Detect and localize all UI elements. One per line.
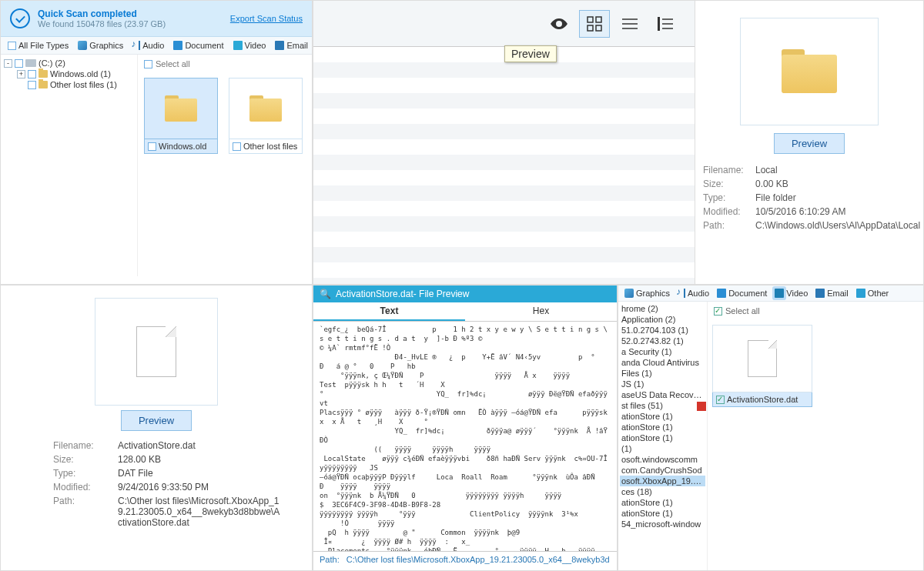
checkbox-icon[interactable]: [714, 307, 722, 316]
filter-email[interactable]: Email: [813, 288, 851, 299]
panel-preview-file: Preview Filename:ActivationStore.dat Siz…: [0, 285, 313, 571]
tree-row[interactable]: ationStore (1): [620, 411, 705, 422]
file-search-icon: 🔍: [320, 289, 331, 299]
meta-filename: Local: [755, 165, 920, 175]
tree-row[interactable]: aseUS Data Recovery: [620, 389, 705, 400]
meta-type: File folder: [755, 192, 920, 203]
tree-row[interactable]: ationStore (1): [620, 497, 705, 508]
tooltip-preview: Preview: [504, 45, 557, 62]
tree-row[interactable]: JS (1): [620, 379, 705, 389]
scan-title: Quick Scan completed: [38, 8, 223, 19]
tree-row[interactable]: osoft.XboxApp_19.21…: [620, 476, 705, 486]
filter-document[interactable]: Document: [715, 288, 769, 299]
folder-tree[interactable]: hrome (2)Application (2)51.0.2704.103 (1…: [618, 302, 708, 570]
folder-icon: [165, 95, 197, 122]
view-details-button[interactable]: [650, 10, 681, 38]
tree-row[interactable]: 51.0.2704.103 (1): [620, 325, 705, 336]
expand-toggle[interactable]: -: [4, 59, 12, 68]
filter-all[interactable]: All File Types: [5, 40, 71, 51]
preview-button[interactable]: Preview: [774, 133, 845, 154]
filter-audio[interactable]: Audio: [675, 288, 711, 299]
preview-thumbnail: [740, 18, 879, 125]
view-toolbar: Preview: [313, 1, 695, 47]
tab-hex[interactable]: Hex: [465, 302, 617, 321]
meta-path: C:\Windows.old\Users\Al\AppData\Local: [755, 220, 920, 231]
filter-video[interactable]: Video: [772, 288, 810, 299]
folder-icon: [782, 49, 837, 94]
checkbox-icon[interactable]: [716, 396, 725, 404]
tree-row[interactable]: Application (2): [620, 314, 705, 325]
folder-icon: [249, 95, 282, 122]
tree-row[interactable]: ationStore (1): [620, 422, 705, 432]
tree-node-other-lost[interactable]: Other lost files (1): [4, 79, 134, 90]
folder-icon: [38, 81, 48, 88]
hex-dump-text: `egfc_¿ beQá-7Î p 1 h 2 t x y e w y \ S …: [313, 322, 617, 551]
svg-rect-2: [588, 25, 593, 31]
tree-row[interactable]: ationStore (1): [620, 432, 705, 443]
file-metadata: Filename:Local Size:0.00 KB Type:File fo…: [703, 165, 916, 231]
file-grid: Select all ActivationStore.dat: [708, 302, 923, 570]
tree-row[interactable]: 54_microsoft-window: [620, 519, 705, 529]
meta-path: C:\Other lost files\Microsoft.XboxApp_19…: [118, 496, 283, 528]
empty-list-area: [313, 47, 695, 284]
filter-bar: Graphics Audio Document Video Email Othe…: [618, 286, 923, 302]
filter-bar: All File Types Graphics Audio Document V…: [1, 37, 312, 55]
filter-graphics[interactable]: Graphics: [75, 40, 126, 51]
select-all-row[interactable]: Select all: [712, 305, 919, 317]
panel-hex-preview: 🔍 ActivationStore.dat- File Preview Text…: [313, 285, 618, 571]
tree-row[interactable]: ationStore (1): [620, 508, 705, 519]
filter-graphics[interactable]: Graphics: [622, 288, 672, 299]
panel-scan-browser: Quick Scan completed We found 150478 fil…: [0, 0, 313, 285]
filter-email[interactable]: Email: [273, 40, 310, 51]
meta-size: 128.00 KB: [118, 454, 283, 465]
tree-row[interactable]: anda Cloud Antivirus: [620, 357, 705, 368]
file-icon: [136, 326, 176, 377]
expand-toggle[interactable]: +: [17, 70, 25, 78]
tab-text[interactable]: Text: [313, 302, 465, 321]
meta-modified: 9/24/2016 9:33:50 PM: [118, 482, 283, 493]
tree-row[interactable]: Files (1): [620, 368, 705, 379]
view-preview-button[interactable]: [544, 10, 574, 38]
view-large-icons-button[interactable]: [579, 10, 610, 38]
hex-window-titlebar: 🔍 ActivationStore.dat- File Preview: [313, 286, 617, 302]
grid-item-other-lost[interactable]: Other lost files: [229, 78, 303, 154]
tree-row[interactable]: 52.0.2743.82 (1): [620, 336, 705, 346]
tree-row[interactable]: a Security (1): [620, 346, 705, 357]
preview-pane-folder: Preview Filename:Local Size:0.00 KB Type…: [695, 1, 923, 284]
filter-audio[interactable]: Audio: [130, 40, 166, 51]
tree-row[interactable]: hrome (2): [620, 303, 705, 314]
tree-row[interactable]: (1): [620, 443, 705, 454]
folder-grid: Select all Windows.old Other lost files: [138, 55, 312, 276]
hex-path-value: C:\Other lost files\Microsoft.XboxApp_19…: [346, 555, 610, 564]
meta-type: DAT File: [118, 468, 283, 479]
svg-rect-7: [658, 17, 660, 31]
preview-thumbnail: [95, 298, 218, 406]
svg-rect-3: [596, 25, 601, 31]
warning-indicator-icon: [697, 402, 706, 411]
scan-subtitle: We found 150478 files (23.97 GB): [38, 19, 223, 28]
tree-node-windows-old[interactable]: + Windows.old (1): [4, 68, 134, 79]
grid-item-activationstore[interactable]: ActivationStore.dat: [712, 325, 812, 407]
folder-icon: [38, 70, 48, 78]
view-list-button[interactable]: [614, 10, 645, 38]
scan-banner: Quick Scan completed We found 150478 fil…: [1, 1, 312, 37]
export-scan-link[interactable]: Export Scan Status: [230, 14, 303, 23]
hex-path-bar: Path: C:\Other lost files\Microsoft.Xbox…: [313, 551, 617, 567]
checkmark-circle-icon: [10, 8, 30, 28]
tree-row[interactable]: com.CandyCrushSod: [620, 465, 705, 476]
tree-row[interactable]: ces (18): [620, 486, 705, 497]
grid-item-windows-old[interactable]: Windows.old: [144, 78, 218, 154]
filter-other[interactable]: Other: [854, 288, 892, 299]
file-metadata: Filename:ActivationStore.dat Size:128.00…: [10, 440, 303, 528]
panel-file-browser: Graphics Audio Document Video Email Othe…: [618, 285, 924, 571]
filter-document[interactable]: Document: [171, 40, 226, 51]
filter-video[interactable]: Video: [231, 40, 269, 51]
tree-row[interactable]: st files (51): [620, 400, 705, 411]
tree-row[interactable]: osoft.windowscomm: [620, 454, 705, 465]
tree-node-root[interactable]: - (C:) (2): [4, 58, 134, 68]
select-all-row[interactable]: Select all: [141, 58, 309, 70]
panel-preview-folder: Preview Preview Filename:Local Size:0.00…: [313, 0, 924, 285]
file-icon: [748, 340, 777, 377]
preview-button[interactable]: Preview: [121, 410, 192, 431]
svg-rect-1: [596, 17, 601, 22]
